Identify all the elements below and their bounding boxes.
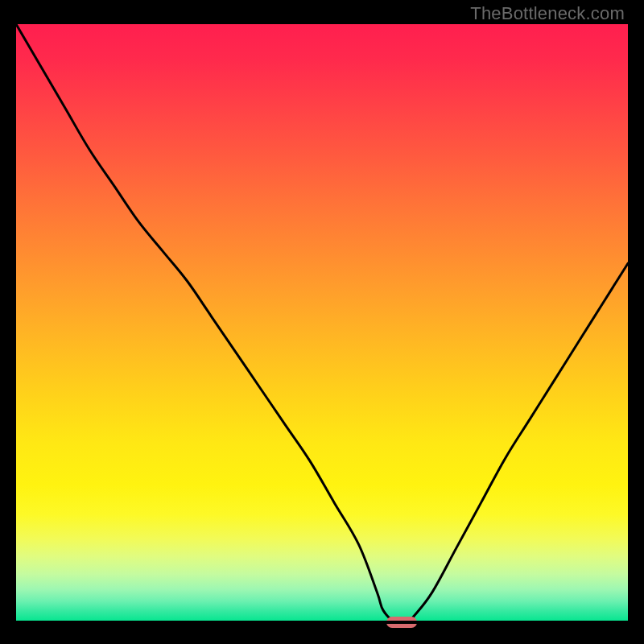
watermark-text: TheBottleneck.com bbox=[470, 3, 625, 24]
x-axis-baseline bbox=[16, 621, 628, 624]
chart-plot-area bbox=[16, 24, 628, 622]
chart-curve bbox=[16, 24, 628, 622]
